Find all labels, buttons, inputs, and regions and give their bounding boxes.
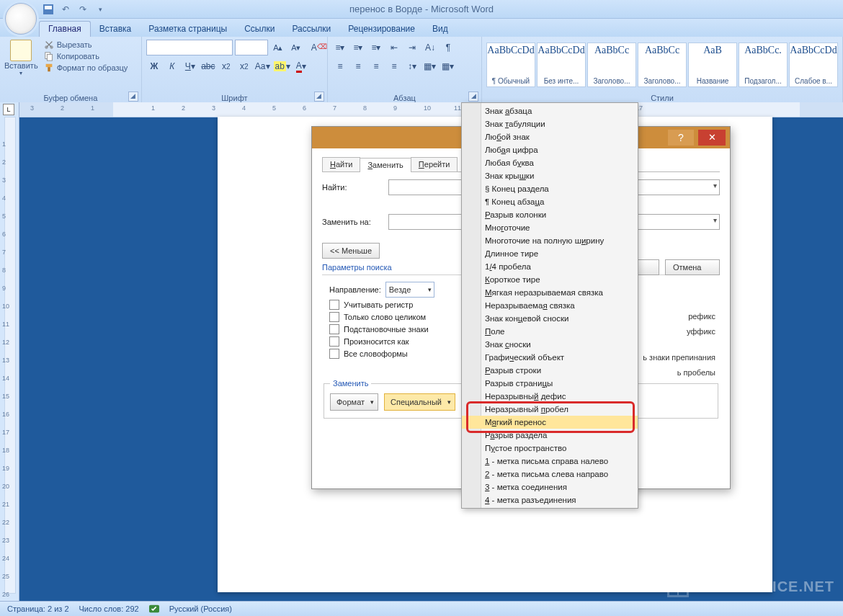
underline-button[interactable]: Ч ▾	[182, 58, 198, 74]
borders-button[interactable]: ▦▾	[440, 58, 456, 74]
office-button[interactable]	[5, 3, 37, 35]
menu-item[interactable]: Пустое пространство	[462, 442, 638, 455]
menu-item[interactable]: Разрыв строки	[462, 364, 638, 377]
menu-item[interactable]: Разрыв колонки	[462, 208, 638, 221]
sort-button[interactable]: A↓	[422, 40, 438, 55]
line-spacing-button[interactable]: ↕▾	[404, 58, 420, 74]
direction-select[interactable]: Везде▾	[385, 282, 434, 298]
qat-dropdown-icon[interactable]: ▾	[94, 3, 107, 16]
menu-item[interactable]: Короткое тире	[462, 273, 638, 286]
menu-item[interactable]: Знак сноски	[462, 338, 638, 351]
menu-item[interactable]: 2 - метка письма слева направо	[462, 468, 638, 481]
menu-item[interactable]: Неразрываемая связка	[462, 299, 638, 312]
format-dropdown[interactable]: Формат	[330, 393, 378, 411]
tab-selector-icon[interactable]: L	[3, 104, 14, 115]
align-center-button[interactable]: ≡	[350, 58, 366, 74]
style-item[interactable]: AaBbCcЗаголово...	[587, 43, 636, 87]
menu-item[interactable]: Любой знак	[462, 130, 638, 143]
font-family-select[interactable]	[146, 40, 233, 55]
clear-formatting-icon[interactable]: A⌫	[306, 40, 322, 55]
styles-gallery[interactable]: AaBbCcDdОбычныйAaBbCcDdБез инте...AaBbCc…	[486, 40, 838, 87]
bullets-button[interactable]: ≡▾	[332, 40, 348, 55]
dialog-tab[interactable]: Перейти	[411, 157, 458, 171]
shading-button[interactable]: ▦▾	[422, 58, 438, 74]
menu-item[interactable]: Графический объект	[462, 351, 638, 364]
menu-item[interactable]: 3 - метка соединения	[462, 481, 638, 494]
menu-item[interactable]: Разрыв страницы	[462, 377, 638, 390]
ribbon-tab[interactable]: Разметка страницы	[140, 22, 236, 37]
menu-item[interactable]: Неразрывный дефис	[462, 390, 638, 403]
superscript-button[interactable]: x2	[236, 58, 252, 74]
ribbon-tab[interactable]: Рассылки	[283, 22, 339, 37]
undo-icon[interactable]: ↶	[59, 3, 72, 16]
highlight-button[interactable]: ab▾	[273, 58, 291, 74]
checkbox[interactable]	[329, 336, 339, 347]
paragraph-launcher-icon[interactable]: ◢	[468, 91, 478, 102]
cancel-button[interactable]: Отмена	[665, 259, 720, 275]
subscript-button[interactable]: x2	[218, 58, 234, 74]
dialog-tab[interactable]: Найти	[322, 157, 360, 171]
style-item[interactable]: АаВНазвание	[688, 43, 737, 87]
ribbon-tab[interactable]: Главная	[39, 21, 91, 37]
menu-item[interactable]: 1/4 пробела	[462, 260, 638, 273]
decrease-indent-button[interactable]: ⇤	[386, 40, 402, 55]
show-hide-button[interactable]: ¶	[440, 40, 456, 55]
style-item[interactable]: AaBbCcDdОбычный	[486, 43, 535, 87]
font-size-select[interactable]	[235, 40, 268, 55]
grow-font-icon[interactable]: A▴	[270, 40, 286, 55]
format-painter-button[interactable]: Формат по образцу	[44, 63, 128, 73]
style-item[interactable]: AaBbCcDdБез инте...	[537, 43, 586, 87]
menu-item[interactable]: Знак крышки	[462, 169, 638, 182]
shrink-font-icon[interactable]: A▾	[288, 40, 304, 55]
less-button[interactable]: << Меньше	[322, 243, 380, 259]
proofing-icon[interactable]	[149, 604, 159, 614]
menu-item[interactable]: Разрыв раздела	[462, 429, 638, 442]
ribbon-tab[interactable]: Рецензирование	[339, 22, 424, 37]
clipboard-launcher-icon[interactable]: ◢	[128, 91, 138, 102]
menu-item[interactable]: Любая цифра	[462, 143, 638, 156]
menu-item[interactable]: § Конец раздела	[462, 182, 638, 195]
menu-item[interactable]: 4 - метка разъединения	[462, 494, 638, 506]
status-words[interactable]: Число слов: 292	[79, 604, 139, 613]
copy-button[interactable]: Копировать	[44, 51, 128, 61]
style-item[interactable]: AaBbCcDdСлабое в...	[789, 43, 838, 87]
dialog-tab[interactable]: Заменить	[360, 158, 411, 172]
menu-item[interactable]: Многоточие	[462, 221, 638, 234]
special-dropdown[interactable]: Специальный	[384, 393, 455, 411]
checkbox[interactable]	[329, 324, 339, 334]
menu-item[interactable]: Многоточие на полную ширину	[462, 234, 638, 247]
save-icon[interactable]	[42, 3, 55, 16]
align-right-button[interactable]: ≡	[368, 58, 384, 74]
checkbox[interactable]	[329, 312, 339, 322]
ribbon-tab[interactable]: Вид	[424, 22, 457, 37]
menu-item[interactable]: 1 - метка письма справа налево	[462, 455, 638, 468]
menu-item[interactable]: Мягкий перенос	[462, 416, 638, 429]
font-color-button[interactable]: A▾	[293, 58, 309, 74]
bold-button[interactable]: Ж	[146, 58, 162, 74]
cut-button[interactable]: Вырезать	[44, 40, 128, 50]
checkbox[interactable]	[329, 349, 339, 359]
redo-icon[interactable]: ↷	[76, 3, 89, 16]
ribbon-tab[interactable]: Вставка	[91, 22, 140, 37]
strikethrough-button[interactable]: abc	[200, 58, 216, 74]
checkbox[interactable]	[329, 300, 339, 310]
font-launcher-icon[interactable]: ◢	[314, 91, 324, 102]
menu-item[interactable]: Длинное тире	[462, 247, 638, 260]
numbering-button[interactable]: ≡▾	[350, 40, 366, 55]
menu-item[interactable]: Неразрывный пробел	[462, 403, 638, 416]
italic-button[interactable]: К	[164, 58, 180, 74]
justify-button[interactable]: ≡	[386, 58, 402, 74]
increase-indent-button[interactable]: ⇥	[404, 40, 420, 55]
ribbon-tab[interactable]: Ссылки	[236, 22, 283, 37]
change-case-button[interactable]: Aa▾	[254, 58, 271, 74]
status-page[interactable]: Страница: 2 из 2	[7, 604, 69, 613]
dialog-close-button[interactable]: ✕	[698, 130, 726, 146]
menu-item[interactable]: Знак табуляции	[462, 117, 638, 130]
multilevel-button[interactable]: ≡▾	[368, 40, 384, 55]
style-item[interactable]: AaBbCc.Подзагол...	[739, 43, 788, 87]
menu-item[interactable]: Любая буква	[462, 156, 638, 169]
paste-button[interactable]: Вставить ▾	[4, 40, 38, 76]
menu-item[interactable]: Мягкая неразрываемая связка	[462, 286, 638, 299]
style-item[interactable]: AaBbCcЗаголово...	[638, 43, 687, 87]
status-language[interactable]: Русский (Россия)	[169, 604, 232, 613]
